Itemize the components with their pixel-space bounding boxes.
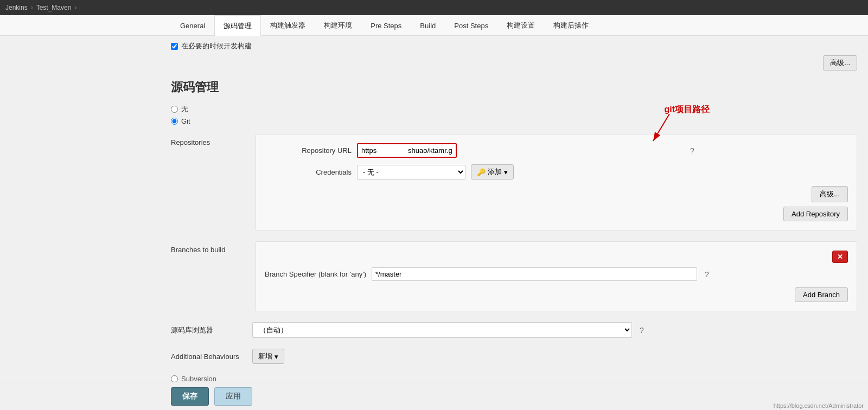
- tab-postbuild[interactable]: 构建后操作: [544, 15, 598, 35]
- tab-triggers[interactable]: 构建触发器: [261, 15, 315, 35]
- add-branch-button[interactable]: Add Branch: [795, 287, 848, 302]
- tab-build[interactable]: Build: [411, 15, 445, 35]
- section-title: 源码管理: [171, 79, 857, 95]
- repositories-form: Repository URL git项目路径: [256, 134, 857, 230]
- checkbox-row: 在必要的时候开发构建: [171, 41, 857, 51]
- repository-url-row: Repository URL git项目路径: [265, 143, 848, 158]
- radio-none[interactable]: [171, 106, 178, 113]
- branch-specifier-input[interactable]: [372, 267, 697, 281]
- credentials-select[interactable]: - 无 -: [357, 165, 465, 180]
- tab-general[interactable]: General: [171, 15, 214, 35]
- tab-settings[interactable]: 构建设置: [497, 15, 544, 35]
- svg-line-1: [653, 114, 669, 141]
- add-repo-row: Add Repository: [265, 207, 848, 221]
- key-icon: 🔑: [477, 168, 486, 176]
- adv-row: 高级...: [171, 55, 857, 71]
- tab-env[interactable]: 构建环境: [315, 15, 361, 35]
- radio-group: 无 Git: [171, 104, 857, 125]
- credentials-row: Credentials - 无 - 🔑 添加 ▾: [265, 164, 848, 180]
- adv2-row: 高级...: [265, 186, 848, 202]
- sep1: ›: [31, 4, 33, 11]
- branches-label: Branches to build: [171, 241, 247, 254]
- additional-label: Additional Behaviours: [171, 353, 247, 361]
- credentials-label: Credentials: [265, 168, 352, 176]
- add-repository-button[interactable]: Add Repository: [783, 207, 848, 221]
- topbar: Jenkins › Test_Maven ›: [0, 0, 868, 15]
- repositories-section: Repositories Repository URL git项目路径: [171, 134, 857, 230]
- statusbar: https://blog.csdn.net/Administrator: [769, 401, 868, 410]
- tab-presteps[interactable]: Pre Steps: [361, 15, 411, 35]
- tab-source[interactable]: 源码管理: [214, 15, 261, 36]
- branches-section: Branches to build ✕ Branch Specifier (bl…: [171, 241, 857, 311]
- new-button[interactable]: 新增 ▾: [252, 349, 284, 364]
- radio-git-label: Git: [181, 117, 190, 125]
- repository-url-input[interactable]: [357, 143, 457, 158]
- source-browser-row: 源码库浏览器 （自动） ?: [171, 322, 857, 338]
- checkbox-label: 在必要的时候开发构建: [181, 41, 252, 51]
- save-button[interactable]: 保存: [171, 387, 209, 406]
- git-annotation: git项目路径: [664, 104, 710, 116]
- main-content: 在必要的时候开发构建 高级... 源码管理 无 Git Repositories…: [0, 36, 868, 410]
- apply-button[interactable]: 应用: [214, 387, 252, 406]
- dropdown-arrow-icon: ▾: [504, 168, 508, 176]
- branch-specifier-label: Branch Specifier (blank for 'any'): [265, 270, 366, 278]
- build-when-necessary-checkbox[interactable]: [171, 43, 178, 50]
- save-bar: 保存 应用: [0, 382, 868, 410]
- branches-content: ✕ Branch Specifier (blank for 'any') ? A…: [256, 241, 857, 311]
- additional-row: Additional Behaviours 新增 ▾: [171, 349, 857, 364]
- repository-url-help-icon[interactable]: ?: [690, 146, 694, 155]
- project-link[interactable]: Test_Maven: [36, 4, 72, 11]
- repositories-label: Repositories: [171, 134, 247, 146]
- new-arrow-icon: ▾: [275, 353, 278, 361]
- tabbar: General 源码管理 构建触发器 构建环境 Pre Steps Build …: [0, 15, 868, 36]
- tab-poststeps[interactable]: Post Steps: [445, 15, 497, 35]
- advanced2-button[interactable]: 高级...: [812, 186, 848, 202]
- radio-none-item: 无: [171, 104, 857, 114]
- source-browser-label: 源码库浏览器: [171, 325, 247, 335]
- radio-git-item: Git: [171, 117, 857, 125]
- radio-git[interactable]: [171, 118, 178, 125]
- branch-specifier-help-icon[interactable]: ?: [705, 270, 709, 279]
- advanced-button[interactable]: 高级...: [823, 55, 857, 71]
- radio-none-label: 无: [181, 104, 188, 114]
- repository-url-label: Repository URL: [265, 146, 352, 155]
- sep2: ›: [74, 4, 76, 11]
- source-browser-help-icon[interactable]: ?: [640, 326, 644, 335]
- branch-specifier-row: Branch Specifier (blank for 'any') ?: [265, 267, 848, 281]
- add-cred-label: 添加: [488, 167, 502, 177]
- repositories-content: Repository URL git项目路径: [256, 134, 857, 230]
- source-browser-select[interactable]: （自动）: [252, 322, 632, 338]
- new-label: 新增: [258, 351, 272, 361]
- branches-form: ✕ Branch Specifier (blank for 'any') ? A…: [256, 241, 857, 311]
- url-field-wrapper: git项目路径: [357, 143, 682, 158]
- add-branch-row: Add Branch: [265, 287, 848, 302]
- add-credentials-button[interactable]: 🔑 添加 ▾: [471, 164, 514, 180]
- jenkins-link[interactable]: Jenkins: [5, 4, 28, 11]
- remove-branch-button[interactable]: ✕: [832, 251, 848, 263]
